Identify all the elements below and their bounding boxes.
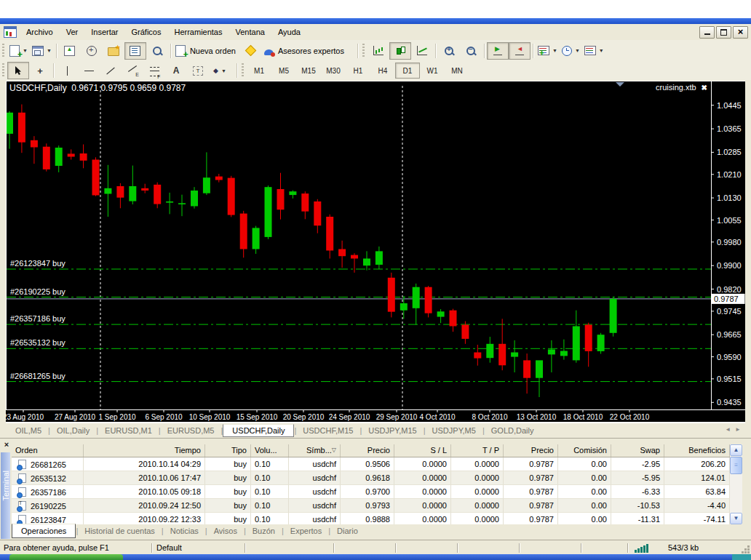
terminal-tab-expertos[interactable]: Expertos <box>284 525 328 537</box>
templates-button[interactable]: ▼ <box>582 42 606 60</box>
chart-tab-gold-daily[interactable]: GOLD,Daily <box>485 425 541 436</box>
app-icon <box>4 26 17 38</box>
terminal-toggle-button[interactable] <box>124 42 146 60</box>
chart-tab-usdjpy-m5[interactable]: USDJPY,M5 <box>426 425 482 436</box>
timeframe-h1[interactable]: H1 <box>346 63 370 79</box>
bar-chart-button[interactable] <box>367 42 389 60</box>
chart-svg[interactable]: #26123847 buy#26190225 buy#26357186 buy#… <box>6 81 745 423</box>
resize-grip[interactable] <box>741 545 750 553</box>
column-header-precio[interactable]: Precio <box>504 444 558 457</box>
new-order-button[interactable]: Nueva orden <box>173 42 240 60</box>
label-tool-button[interactable]: T <box>187 62 209 79</box>
column-header-orden[interactable]: Orden <box>12 444 84 457</box>
column-header-tiempo[interactable]: Tiempo <box>84 444 205 457</box>
minimize-button[interactable] <box>699 26 715 39</box>
menu-insertar[interactable]: Insertar <box>84 26 124 38</box>
vertical-line-button[interactable] <box>56 62 78 79</box>
periods-button[interactable]: ▼ <box>560 42 582 60</box>
tab-scroll-arrows[interactable]: ◄► <box>725 426 745 433</box>
menu-graficos[interactable]: Gráficos <box>125 26 168 38</box>
timeframe-d1[interactable]: D1 <box>395 63 420 79</box>
chart-shift-button[interactable] <box>509 42 531 60</box>
template-close-icon[interactable]: ✖ <box>702 84 707 92</box>
zoom-out-button[interactable] <box>460 42 482 60</box>
start-button-strip[interactable] <box>9 554 123 560</box>
cursor-tool-button[interactable] <box>7 62 29 79</box>
horizontal-line-button[interactable] <box>78 62 100 79</box>
column-header-simb-[interactable]: Símb...▽ <box>289 444 341 457</box>
chart-window[interactable]: #26123847 buy#26190225 buy#26357186 buy#… <box>6 81 745 423</box>
crosshair-tool-button[interactable]: + <box>29 62 51 79</box>
navigator-button[interactable] <box>103 42 124 60</box>
column-header-volu-[interactable]: Volu... <box>251 444 289 457</box>
equidistant-channel-button[interactable] <box>122 62 143 79</box>
timeframe-mn[interactable]: MN <box>445 63 469 79</box>
menu-ver[interactable]: Ver <box>60 26 85 38</box>
terminal-tab-operaciones[interactable]: Operaciones <box>12 524 76 538</box>
chart-tab-usdchf-daily[interactable]: USDCHF,Daily <box>223 424 294 437</box>
trendline-button[interactable] <box>100 62 122 79</box>
auto-scroll-button[interactable] <box>487 42 509 60</box>
arrows-tool-button[interactable]: ◆▼ <box>209 62 231 79</box>
order-row-26190225[interactable]: 261902252010.09.24 12:50buy0.10usdchf0.9… <box>12 499 730 513</box>
terminal-tab-avisos[interactable]: Avisos <box>207 525 244 537</box>
new-chart-button[interactable]: ▼ <box>7 42 30 60</box>
column-header-tipo[interactable]: Tipo <box>205 444 251 457</box>
timeframe-w1[interactable]: W1 <box>420 63 445 79</box>
close-button[interactable] <box>733 26 748 39</box>
timeframe-h4[interactable]: H4 <box>370 63 395 79</box>
table-scrollbar[interactable]: ▲ ≡ ▼ <box>730 444 742 524</box>
menu-archivo[interactable]: Archivo <box>20 26 60 38</box>
terminal-side-strip[interactable]: Terminal <box>1 452 10 539</box>
terminal-tab-diario[interactable]: Diario <box>330 525 365 537</box>
column-header-t-p[interactable]: T / P <box>451 444 504 457</box>
timeframe-m1[interactable]: M1 <box>247 63 271 79</box>
toolbar-grip[interactable] <box>2 44 4 58</box>
text-tool-button[interactable]: A <box>165 62 187 79</box>
terminal-tab-noticias[interactable]: Noticias <box>164 525 205 537</box>
column-header-beneficios[interactable]: Beneficios <box>664 444 730 457</box>
menu-ayuda[interactable]: Ayuda <box>271 26 307 38</box>
menu-ventana[interactable]: Ventana <box>229 26 271 38</box>
chart-tab-usdchf-m15[interactable]: USDCHF,M15 <box>296 425 359 436</box>
terminal-tab-buzon[interactable]: Buzón <box>246 525 282 537</box>
shift-marker-icon <box>616 82 624 87</box>
metaeditor-button[interactable] <box>240 42 262 60</box>
toolbar-grip[interactable] <box>362 44 365 58</box>
scroll-thumb[interactable]: ≡ <box>730 457 742 474</box>
column-header-comision[interactable]: Comisión <box>558 444 611 457</box>
timeframe-m30[interactable]: M30 <box>321 63 346 79</box>
terminal-tab-historial-de-cuentas[interactable]: Historial de cuentas <box>78 525 162 537</box>
chart-tab-usdjpy-m15[interactable]: USDJPY,M15 <box>362 425 423 436</box>
expert-advisors-button[interactable]: Asesores expertos <box>262 42 349 60</box>
order-row-26681265[interactable]: 266812652010.10.14 04:29buy0.10usdchf0.9… <box>12 457 730 471</box>
indicators-button[interactable]: ▼ <box>536 42 560 60</box>
fibonacci-button[interactable] <box>143 62 165 79</box>
timeframe-m15[interactable]: M15 <box>296 63 321 79</box>
order-row-26357186[interactable]: 263571862010.10.05 09:18buy0.10usdchf0.9… <box>12 485 730 499</box>
column-header-swap[interactable]: Swap <box>611 444 664 457</box>
strategy-tester-button[interactable] <box>146 42 168 60</box>
candlestick-chart-button[interactable] <box>389 42 411 60</box>
chart-tab-eurusd-m1[interactable]: EURUSD,M1 <box>98 425 159 436</box>
chart-tab-eurusd-m5[interactable]: EURUSD,M5 <box>161 425 221 436</box>
timeframe-m5[interactable]: M5 <box>271 63 296 79</box>
menu-herramientas[interactable]: Herramientas <box>167 26 229 38</box>
status-profile[interactable]: Default <box>156 543 182 552</box>
scroll-up-button[interactable]: ▲ <box>730 444 742 456</box>
chart-canvas[interactable]: #26123847 buy#26190225 buy#26357186 buy#… <box>6 81 745 424</box>
terminal-close-button[interactable]: × <box>2 441 11 449</box>
line-chart-button[interactable] <box>411 42 433 60</box>
toolbar-grip[interactable] <box>2 63 4 78</box>
column-header-precio[interactable]: Precio <box>341 444 394 457</box>
restore-button[interactable] <box>716 26 731 39</box>
column-header-s-l[interactable]: S / L <box>394 444 451 457</box>
toolbar-grip[interactable] <box>242 63 244 78</box>
market-watch-button[interactable] <box>59 42 81 60</box>
order-row-26535132[interactable]: 265351322010.10.06 17:47buy0.10usdchf0.9… <box>12 471 730 485</box>
zoom-in-button[interactable] <box>438 42 460 60</box>
chart-tab-oil-m5[interactable]: OIL,M5 <box>9 425 48 436</box>
data-window-button[interactable] <box>81 42 103 60</box>
profiles-button[interactable]: ▼ <box>30 42 54 60</box>
chart-tab-oil-daily[interactable]: OIL,Daily <box>50 425 96 436</box>
